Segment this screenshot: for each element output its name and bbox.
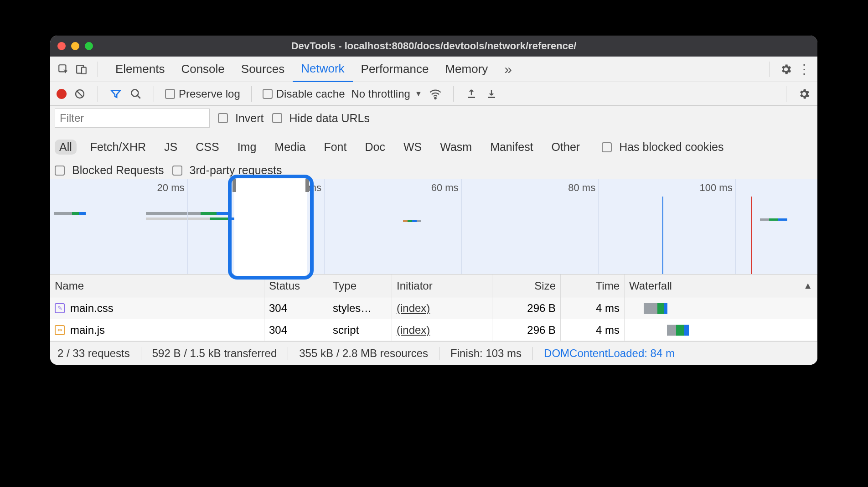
status-transferred: 592 B / 1.5 kB transferred <box>141 347 288 360</box>
traffic-lights <box>57 42 93 50</box>
more-menu-icon[interactable]: ⋮ <box>797 62 811 76</box>
tab-console[interactable]: Console <box>173 57 232 82</box>
resource-type-ws[interactable]: WS <box>399 140 426 155</box>
hide-data-urls-checkbox[interactable]: Hide data URLs <box>272 112 370 125</box>
tab-memory[interactable]: Memory <box>437 57 496 82</box>
inspect-element-icon[interactable] <box>57 62 70 76</box>
tab-network[interactable]: Network <box>293 57 352 82</box>
waterfall-segment <box>667 325 676 336</box>
tab-sources[interactable]: Sources <box>233 57 293 82</box>
overview-gridline <box>324 179 325 274</box>
selection-handle-right[interactable] <box>305 179 309 192</box>
resource-type-manifest[interactable]: Manifest <box>486 140 537 155</box>
preserve-log-checkbox[interactable]: Preserve log <box>165 88 240 100</box>
status-domcontentloaded: DOMContentLoaded: 84 m <box>533 347 686 360</box>
cell-initiator[interactable]: (index) <box>397 302 430 315</box>
cell-name: main.css <box>70 302 114 315</box>
timeline-overview[interactable]: 20 ms40 ms60 ms80 ms100 ms <box>50 179 817 275</box>
overview-tick-label: 80 ms <box>568 182 598 194</box>
svg-rect-2 <box>82 67 86 73</box>
cell-waterfall <box>625 297 817 319</box>
hide-data-urls-label: Hide data URLs <box>289 112 370 125</box>
resource-type-media[interactable]: Media <box>270 140 310 155</box>
import-har-icon[interactable] <box>465 87 478 101</box>
selection-handle-left[interactable] <box>232 179 236 192</box>
network-conditions-icon[interactable] <box>429 87 442 101</box>
filter-toggle-icon[interactable] <box>109 87 123 101</box>
table-row[interactable]: ✎main.css304styles…(index)296 B4 ms <box>50 297 817 319</box>
clear-log-icon[interactable] <box>73 87 87 101</box>
waterfall-segment <box>657 303 664 314</box>
cell-size: 296 B <box>527 302 556 315</box>
separator <box>98 62 98 77</box>
column-header-type[interactable]: Type <box>328 275 392 297</box>
tab-elements[interactable]: Elements <box>107 57 173 82</box>
device-toolbar-icon[interactable] <box>75 62 88 76</box>
sort-indicator-icon: ▲ <box>803 280 812 291</box>
column-header-initiator[interactable]: Initiator <box>392 275 492 297</box>
window-title: DevTools - localhost:8080/docs/devtools/… <box>50 40 817 52</box>
separator <box>786 86 786 102</box>
invert-checkbox[interactable]: Invert <box>218 112 264 125</box>
resource-type-other[interactable]: Other <box>547 140 585 155</box>
network-settings-gear-icon[interactable] <box>797 87 811 101</box>
column-header-name[interactable]: Name <box>50 275 264 297</box>
resource-type-img[interactable]: Img <box>233 140 261 155</box>
resource-type-css[interactable]: CSS <box>191 140 223 155</box>
cell-waterfall <box>625 319 817 341</box>
svg-point-5 <box>131 89 138 96</box>
chevron-down-icon: ▼ <box>415 90 422 98</box>
filter-input[interactable] <box>55 109 210 128</box>
resource-type-fetch-xhr[interactable]: Fetch/XHR <box>86 140 150 155</box>
minimize-window-button[interactable] <box>71 42 79 50</box>
resource-type-doc[interactable]: Doc <box>360 140 389 155</box>
cell-initiator[interactable]: (index) <box>397 324 430 337</box>
css-file-icon: ✎ <box>55 303 65 313</box>
blocked-requests-checkbox[interactable]: Blocked Requests <box>55 164 164 177</box>
table-row[interactable]: ⇔main.js304script(index)296 B4 ms <box>50 319 817 341</box>
cell-type: styles… <box>333 302 372 315</box>
devtools-window: DevTools - localhost:8080/docs/devtools/… <box>50 36 817 365</box>
network-toolbar: Preserve log Disable cache No throttling… <box>50 82 817 106</box>
export-har-icon[interactable] <box>485 87 498 101</box>
third-party-checkbox[interactable]: 3rd-party requests <box>172 164 282 177</box>
record-button[interactable] <box>57 89 67 99</box>
settings-gear-icon[interactable] <box>779 62 793 76</box>
column-header-size[interactable]: Size <box>492 275 561 297</box>
overflow-tabs-button[interactable]: » <box>501 57 516 82</box>
svg-point-7 <box>434 97 436 98</box>
resource-type-wasm[interactable]: Wasm <box>435 140 476 155</box>
resource-type-all[interactable]: All <box>55 140 77 155</box>
column-header-waterfall[interactable]: Waterfall▲ <box>625 275 817 297</box>
column-header-time[interactable]: Time <box>561 275 625 297</box>
search-icon[interactable] <box>129 87 143 101</box>
svg-line-6 <box>137 95 140 98</box>
filter-bar: Invert Hide data URLs AllFetch/XHRJSCSSI… <box>50 106 817 179</box>
throttling-value: No throttling <box>351 88 410 100</box>
waterfall-segment <box>664 303 667 314</box>
disable-cache-checkbox[interactable]: Disable cache <box>263 88 345 100</box>
status-finish: Finish: 103 ms <box>439 347 533 360</box>
tab-performance[interactable]: Performance <box>353 57 437 82</box>
panel-tabstrip: ElementsConsoleSourcesNetworkPerformance… <box>50 57 817 82</box>
status-bar: 2 / 33 requests 592 B / 1.5 kB transferr… <box>50 341 817 365</box>
window-titlebar: DevTools - localhost:8080/docs/devtools/… <box>50 36 817 57</box>
resource-type-js[interactable]: JS <box>160 140 182 155</box>
cell-name: main.js <box>70 324 105 337</box>
resource-type-font[interactable]: Font <box>319 140 351 155</box>
overview-selection[interactable] <box>234 178 307 276</box>
disable-cache-label: Disable cache <box>276 88 345 100</box>
column-header-status[interactable]: Status <box>264 275 328 297</box>
has-blocked-cookies-checkbox[interactable]: Has blocked cookies <box>602 140 723 154</box>
overview-gridline <box>461 179 462 274</box>
separator <box>98 86 98 102</box>
overview-tick-label: 20 ms <box>157 182 187 194</box>
throttling-dropdown[interactable]: No throttling ▼ <box>351 88 422 100</box>
third-party-label: 3rd-party requests <box>190 164 282 177</box>
close-window-button[interactable] <box>57 42 66 50</box>
status-resources: 355 kB / 2.8 MB resources <box>288 347 439 360</box>
svg-rect-8 <box>468 97 475 98</box>
overview-gridline <box>598 179 599 274</box>
separator <box>251 86 252 102</box>
zoom-window-button[interactable] <box>85 42 93 50</box>
